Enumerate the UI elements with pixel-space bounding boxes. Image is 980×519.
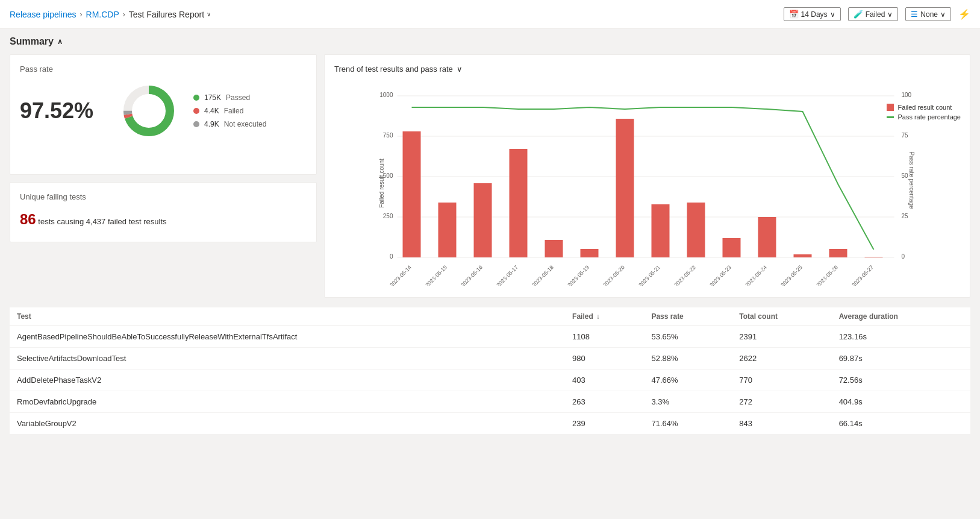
cell-pass-rate: 53.65%	[644, 326, 732, 348]
svg-text:2023-05-17: 2023-05-17	[495, 264, 519, 286]
bar-11	[794, 254, 812, 257]
svg-text:25: 25	[902, 213, 909, 219]
svg-text:750: 750	[383, 132, 393, 139]
pass-rate-body: 97.52%	[20, 81, 307, 141]
summary-collapse-icon: ∧	[57, 37, 63, 46]
cell-avg-duration: 123.16s	[832, 326, 970, 348]
cell-test: RmoDevfabricUpgrade	[10, 391, 565, 413]
trend-legend-pass-rate: Pass rate percentage	[887, 113, 961, 121]
breadcrumb-report-title: Test Failures Report	[129, 10, 204, 19]
cell-test: AddDeletePhaseTaskV2	[10, 370, 565, 391]
breadcrumb-current: Test Failures Report ∨	[129, 10, 211, 19]
table-row[interactable]: SelectiveArtifactsDownloadTest 980 52.88…	[10, 348, 970, 370]
unique-failing-card: Unique failing tests 86 tests causing 4,…	[10, 182, 317, 242]
pass-rate-card: Pass rate 97.52%	[10, 54, 317, 175]
table-row[interactable]: AgentBasedPipelineShouldBeAbleToSuccessf…	[10, 326, 970, 348]
donut-chart	[119, 81, 179, 141]
bar-6	[616, 119, 634, 257]
not-executed-count: 4.9K	[204, 120, 219, 128]
trend-legend: Failed result count Pass rate percentage	[887, 104, 961, 121]
summary-header[interactable]: Summary ∧	[10, 36, 970, 47]
bar-3	[510, 149, 528, 257]
advanced-filter-button[interactable]: ⚡	[958, 8, 970, 20]
svg-text:2023-05-16: 2023-05-16	[460, 264, 484, 286]
group-icon: ☰	[911, 10, 918, 19]
breadcrumb-dropdown-icon[interactable]: ∨	[207, 11, 211, 17]
bar-7	[652, 204, 670, 257]
cell-pass-rate: 47.66%	[644, 370, 732, 391]
unique-failing-count: 86	[20, 211, 36, 227]
cell-avg-duration: 72.56s	[832, 370, 970, 391]
trend-title-text: Trend of test results and pass rate	[334, 64, 453, 74]
bar-0	[403, 131, 421, 257]
failed-count: 4.4K	[204, 107, 219, 115]
unique-failing-body: 86 tests causing 4,437 failed test resul…	[20, 211, 307, 228]
breadcrumb-sep-1: ›	[80, 10, 83, 19]
sort-icon: ↓	[596, 312, 600, 321]
th-test: Test	[10, 307, 565, 326]
table-row[interactable]: RmoDevfabricUpgrade 263 3.3% 272 404.9s	[10, 391, 970, 413]
table-header-row: Test Failed ↓ Pass rate Total count Aver…	[10, 307, 970, 326]
days-filter[interactable]: 📅 14 Days ∨	[784, 7, 841, 21]
cell-pass-rate: 52.88%	[644, 348, 732, 370]
pass-rate-title: Pass rate	[20, 64, 307, 74]
filter-outcome-icon: 🧪	[854, 10, 863, 19]
svg-text:100: 100	[902, 92, 912, 98]
group-filter-label: None	[920, 10, 938, 19]
svg-text:2023-05-14: 2023-05-14	[389, 264, 413, 286]
outcome-filter[interactable]: 🧪 Failed ∨	[848, 7, 899, 21]
th-avg-duration: Average duration	[832, 307, 970, 326]
cell-failed: 980	[565, 348, 644, 370]
cell-failed: 263	[565, 391, 644, 413]
legend-failed: 4.4K Failed	[193, 107, 266, 115]
cell-avg-duration: 69.87s	[832, 348, 970, 370]
breadcrumb-rm-cdp[interactable]: RM.CDP	[86, 10, 119, 19]
trend-pass-rate-icon	[887, 116, 894, 118]
svg-text:2023-05-26: 2023-05-26	[815, 264, 839, 286]
passed-dot	[193, 95, 199, 101]
failed-dot	[193, 108, 199, 114]
unique-failing-description: tests causing 4,437 failed test results	[36, 217, 167, 226]
bar-12	[829, 249, 847, 257]
svg-text:Pass rate percentage: Pass rate percentage	[908, 151, 915, 209]
svg-text:Failed result count: Failed result count	[378, 159, 385, 208]
summary-title: Summary	[10, 36, 54, 47]
table-row[interactable]: VariableGroupV2 239 71.64% 843 66.14s	[10, 413, 970, 435]
th-pass-rate: Pass rate	[644, 307, 732, 326]
svg-text:0: 0	[902, 253, 905, 260]
cell-pass-rate: 3.3%	[644, 391, 732, 413]
svg-text:2023-05-18: 2023-05-18	[531, 264, 555, 286]
trend-chart-title[interactable]: Trend of test results and pass rate ∨	[334, 64, 960, 74]
breadcrumb-release-pipelines[interactable]: Release pipelines	[10, 10, 76, 19]
cell-avg-duration: 404.9s	[832, 391, 970, 413]
th-total-count: Total count	[732, 307, 831, 326]
not-executed-dot	[193, 121, 199, 127]
cell-avg-duration: 66.14s	[832, 413, 970, 435]
group-filter-chevron: ∨	[940, 10, 946, 19]
svg-text:2023-05-20: 2023-05-20	[602, 264, 626, 286]
table-row[interactable]: AddDeletePhaseTaskV2 403 47.66% 770 72.5…	[10, 370, 970, 391]
pass-rate-legend: 175K Passed 4.4K Failed 4.9K Not execute…	[193, 93, 266, 128]
bar-5	[581, 249, 599, 257]
trend-svg: 0 250 500 750 1000 0 25 50 75 100 Failed…	[334, 81, 960, 286]
cell-failed: 1108	[565, 326, 644, 348]
breadcrumb: Release pipelines › RM.CDP › Test Failur…	[10, 10, 211, 19]
cell-total-count: 272	[732, 391, 831, 413]
not-executed-label: Not executed	[224, 120, 267, 128]
svg-text:2023-05-27: 2023-05-27	[850, 264, 875, 286]
cell-test: SelectiveArtifactsDownloadTest	[10, 348, 565, 370]
pass-rate-value: 97.52%	[20, 98, 104, 124]
bar-4	[545, 240, 563, 257]
group-filter[interactable]: ☰ None ∨	[905, 7, 951, 21]
legend-not-executed: 4.9K Not executed	[193, 120, 266, 128]
left-column: Pass rate 97.52%	[10, 54, 317, 298]
cell-total-count: 843	[732, 413, 831, 435]
svg-text:2023-05-19: 2023-05-19	[566, 264, 590, 286]
days-filter-chevron: ∨	[830, 10, 835, 19]
outcome-filter-label: Failed	[866, 10, 885, 19]
trend-failed-icon	[887, 104, 894, 111]
cell-total-count: 2622	[732, 348, 831, 370]
passed-count: 175K	[204, 93, 221, 102]
th-failed[interactable]: Failed ↓	[565, 307, 644, 326]
svg-text:2023-05-25: 2023-05-25	[779, 264, 804, 286]
